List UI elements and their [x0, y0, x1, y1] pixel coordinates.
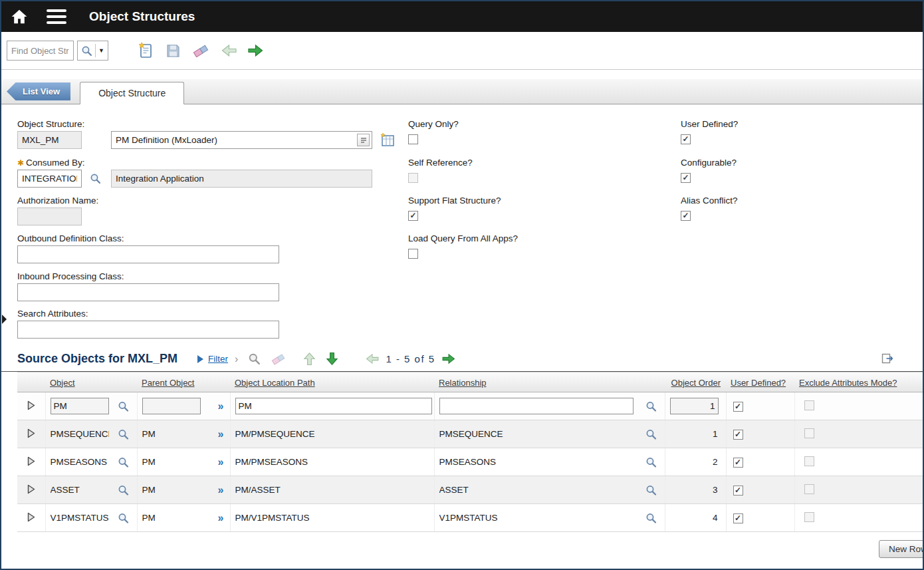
- consumed-by-input[interactable]: [17, 170, 82, 188]
- search-icon[interactable]: [118, 456, 129, 468]
- search-icon[interactable]: [645, 456, 657, 468]
- cell-user-defined: ✓: [726, 476, 794, 504]
- home-icon[interactable]: [11, 9, 28, 25]
- cell-relationship: V1PMSTATUS: [434, 504, 665, 532]
- alias-conflict-checkbox[interactable]: ✓: [681, 211, 691, 221]
- long-description-button[interactable]: [357, 134, 370, 146]
- object-location-path-value: PM/V1PMSTATUS: [235, 513, 310, 523]
- search-icon[interactable]: [645, 484, 657, 496]
- object-input[interactable]: [51, 398, 109, 414]
- inbound-processing-class-input[interactable]: [17, 283, 279, 301]
- user-defined-checkbox[interactable]: ✓: [733, 486, 743, 496]
- column-sort-link[interactable]: Object Order: [671, 378, 721, 388]
- outbound-definition-class-input[interactable]: [17, 245, 279, 263]
- filter-link[interactable]: Filter: [208, 354, 228, 364]
- field-label: Support Flat Structure?: [408, 196, 501, 206]
- search-dropdown-button[interactable]: ▼: [77, 41, 108, 61]
- expand-row-icon[interactable]: [27, 456, 35, 466]
- search-icon[interactable]: [645, 400, 657, 412]
- column-sort-link[interactable]: Parent Object: [142, 378, 195, 388]
- column-sort-link[interactable]: Object Location Path: [235, 378, 315, 388]
- detail-menu-icon[interactable]: »: [218, 484, 223, 496]
- cell-object: PMSEASONS: [45, 448, 137, 476]
- column-sort-link[interactable]: Relationship: [439, 378, 487, 388]
- download-icon[interactable]: [881, 353, 895, 365]
- next-rows-icon[interactable]: [442, 353, 455, 364]
- menu-icon[interactable]: [47, 9, 66, 24]
- search-icon[interactable]: [118, 484, 129, 496]
- caret-down-icon: ▼: [98, 47, 104, 54]
- sidebar-expand-handle[interactable]: [1, 314, 7, 325]
- previous-page-icon[interactable]: [303, 352, 316, 366]
- object-location-path-input[interactable]: [235, 398, 432, 414]
- user-defined-checkbox[interactable]: ✓: [681, 134, 691, 144]
- search-icon[interactable]: [118, 512, 129, 523]
- detail-menu-icon[interactable]: »: [218, 456, 223, 468]
- eraser-icon[interactable]: [271, 353, 287, 366]
- next-page-icon[interactable]: [326, 352, 338, 366]
- expand-row-icon[interactable]: [27, 512, 35, 522]
- relationship-input[interactable]: [439, 398, 634, 414]
- parent-object-value: PM: [142, 429, 156, 439]
- column-sort-link[interactable]: Exclude Attributes Mode?: [799, 378, 897, 388]
- parent-object-input[interactable]: [142, 398, 201, 414]
- column-sort-link[interactable]: Object: [50, 378, 75, 388]
- consumed-by-description-input[interactable]: [111, 170, 372, 188]
- filter-triangle-icon[interactable]: [197, 355, 203, 363]
- detail-menu-icon[interactable]: »: [218, 400, 223, 412]
- expand-row-icon[interactable]: [27, 484, 35, 494]
- user-defined-checkbox[interactable]: ✓: [733, 513, 743, 523]
- search-icon[interactable]: [118, 428, 129, 440]
- support-flat-structure-checkbox[interactable]: ✓: [408, 211, 418, 221]
- object-order-value: 3: [713, 485, 718, 495]
- object-order-input[interactable]: [670, 398, 719, 414]
- tab-object-structure[interactable]: Object Structure: [80, 82, 184, 104]
- query-only-checkbox[interactable]: [408, 134, 418, 144]
- previous-record-button[interactable]: [221, 44, 237, 57]
- column-header-object-location-path: Object Location Path: [230, 372, 434, 392]
- expand-row-icon[interactable]: [27, 400, 35, 410]
- search-icon[interactable]: [645, 512, 657, 523]
- column-header-relationship: Relationship: [434, 372, 665, 392]
- column-sort-link[interactable]: User Defined?: [731, 378, 786, 388]
- find-input[interactable]: [7, 41, 74, 61]
- cell-object-location-path: PM/PMSEQUENCE: [230, 420, 434, 448]
- save-button[interactable]: [166, 43, 181, 59]
- cell-object-order: 2: [665, 448, 726, 476]
- authorization-name-input[interactable]: [17, 208, 82, 225]
- clear-changes-button[interactable]: [192, 43, 210, 59]
- source-objects-section-header: Source Objects for MXL_PM Filter › 1 -: [1, 347, 923, 372]
- exclude-attributes-checkbox[interactable]: [804, 456, 814, 466]
- self-reference-checkbox[interactable]: [408, 173, 418, 183]
- cell-object-order: 4: [665, 504, 726, 532]
- search-icon[interactable]: [645, 428, 657, 440]
- app-header: Object Structures: [1, 1, 923, 32]
- new-record-button[interactable]: [138, 42, 154, 59]
- exclude-attributes-checkbox[interactable]: [804, 400, 814, 410]
- detail-menu-icon[interactable]: »: [218, 512, 223, 524]
- search-icon[interactable]: [118, 400, 129, 412]
- source-objects-table: Object Parent Object Object Location Pat…: [17, 372, 924, 532]
- list-view-button[interactable]: List View: [7, 82, 70, 100]
- detail-menu-button[interactable]: [379, 132, 396, 148]
- cell-object: V1PMSTATUS: [45, 504, 137, 532]
- next-record-button[interactable]: [248, 44, 263, 57]
- expand-row-icon[interactable]: [27, 428, 35, 438]
- search-attributes-input[interactable]: [17, 321, 279, 339]
- user-defined-checkbox[interactable]: ✓: [733, 430, 743, 440]
- exclude-attributes-checkbox[interactable]: [804, 512, 814, 522]
- user-defined-checkbox[interactable]: ✓: [733, 402, 743, 412]
- new-row-button[interactable]: New Row: [879, 540, 924, 558]
- table-search-icon[interactable]: [248, 353, 261, 365]
- user-defined-checkbox[interactable]: ✓: [733, 458, 743, 468]
- object-structure-description-input[interactable]: [111, 131, 372, 149]
- object-structure-input[interactable]: [17, 131, 82, 149]
- previous-rows-icon[interactable]: [366, 353, 379, 364]
- exclude-attributes-checkbox[interactable]: [804, 484, 814, 494]
- field-search-attributes: Search Attributes:: [17, 309, 279, 339]
- configurable-checkbox[interactable]: ✓: [681, 173, 691, 183]
- exclude-attributes-checkbox[interactable]: [804, 428, 814, 438]
- detail-menu-icon[interactable]: »: [218, 428, 223, 440]
- search-icon[interactable]: [90, 173, 101, 184]
- load-query-checkbox[interactable]: [408, 249, 418, 259]
